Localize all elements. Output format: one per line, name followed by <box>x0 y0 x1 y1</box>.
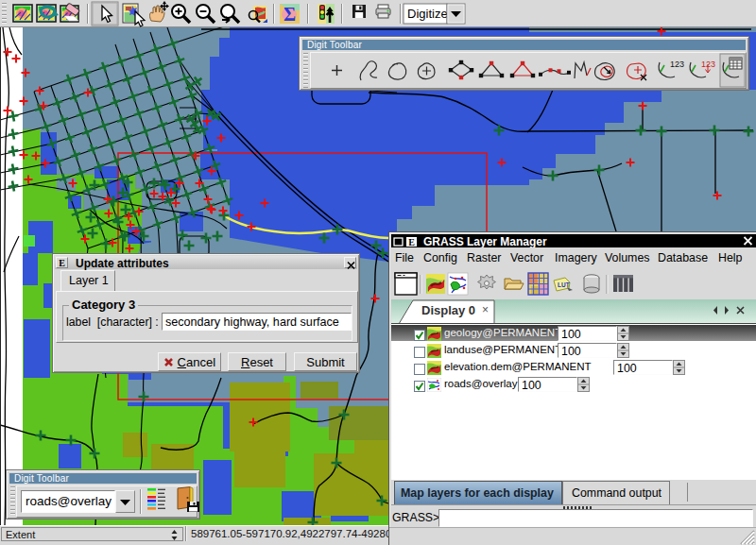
svg-text:Σ: Σ <box>284 4 296 25</box>
svg-text:LUT: LUT <box>558 281 570 288</box>
svg-text:123: 123 <box>701 60 715 69</box>
svg-text:Digitize: Digitize <box>407 7 448 21</box>
svg-text:E: E <box>408 237 415 247</box>
svg-text:123: 123 <box>670 60 684 69</box>
